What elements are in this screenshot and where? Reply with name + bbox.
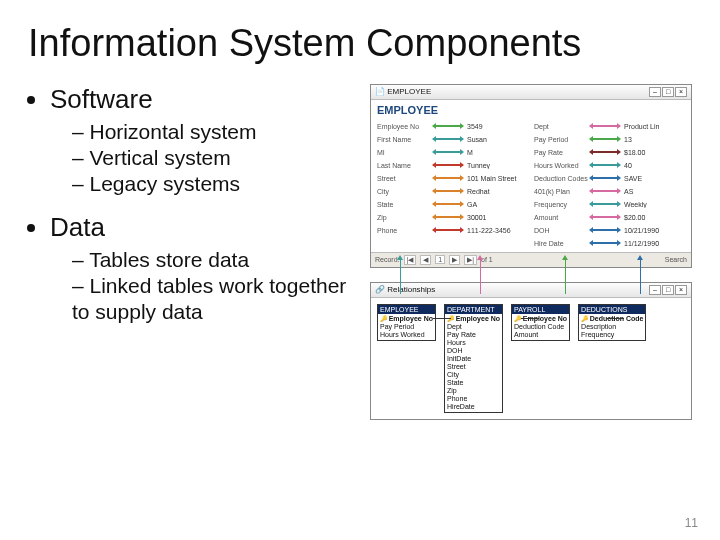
sub-item: Linked tables work together to supply da…: [72, 273, 358, 326]
field-label: Employee No: [377, 123, 433, 130]
field-label: Amount: [534, 214, 590, 221]
form-field-row: StateGA: [377, 198, 528, 211]
field-arrow-icon: [590, 138, 624, 140]
field-label: Street: [377, 175, 433, 182]
field-label: State: [377, 201, 433, 208]
table-link: [606, 318, 624, 319]
form-body: EMPLOYEE Employee No3549First NameSusanM…: [371, 100, 691, 252]
field-arrow-icon: [590, 216, 624, 218]
link-arrow-payroll: [565, 259, 566, 294]
table-field: Street: [447, 363, 500, 371]
field-label: Hire Date: [534, 240, 590, 247]
field-label: First Name: [377, 136, 433, 143]
table-field: Pay Rate: [447, 331, 500, 339]
table-box[interactable]: PAYROLLEmployee NoDeduction CodeAmount: [511, 304, 570, 341]
field-label: DOH: [534, 227, 590, 234]
field-label: MI: [377, 149, 433, 156]
field-value: 101 Main Street: [467, 175, 528, 182]
table-field: Employee No: [447, 315, 500, 323]
bullet-label: Data: [50, 212, 105, 242]
field-label: Zip: [377, 214, 433, 221]
minimize-icon[interactable]: –: [649, 87, 661, 97]
slide: Information System Components Software H…: [0, 0, 720, 540]
field-label: Frequency: [534, 201, 590, 208]
table-field: InitDate: [447, 355, 500, 363]
field-arrow-icon: [433, 203, 467, 205]
form-field-row: Pay Rate$18.00: [534, 146, 685, 159]
nav-first-button[interactable]: |◀: [404, 255, 417, 265]
table-fields: Employee NoDeptPay RateHoursDOHInitDateS…: [445, 314, 502, 413]
table-field: Frequency: [581, 331, 643, 339]
link-arrow-deductions: [640, 259, 641, 294]
table-field: Phone: [447, 395, 500, 403]
form-field-row: First NameSusan: [377, 133, 528, 146]
table-link: [433, 318, 451, 319]
field-label: Pay Rate: [534, 149, 590, 156]
slide-title: Information System Components: [28, 24, 692, 64]
relationships-window: 🔗 Relationships –□× EMPLOYEEEmployee NoP…: [370, 282, 692, 421]
field-arrow-icon: [590, 151, 624, 153]
form-field-row: DOH10/21/1990: [534, 224, 685, 237]
nav-current: 1: [435, 255, 445, 264]
text-column: Software Horizontal system Vertical syst…: [28, 84, 358, 421]
link-arrow-employee: [400, 259, 401, 294]
sub-list-software: Horizontal system Vertical system Legacy…: [50, 119, 358, 198]
table-link: [521, 318, 539, 319]
field-label: Pay Period: [534, 136, 590, 143]
field-arrow-icon: [590, 164, 624, 166]
sub-item: Legacy systems: [72, 171, 358, 197]
field-value: Susan: [467, 136, 528, 143]
field-arrow-icon: [590, 229, 624, 231]
close-icon[interactable]: ×: [675, 285, 687, 295]
table-field: Hours: [447, 339, 500, 347]
field-label: Dept: [534, 123, 590, 130]
form-left-column: Employee No3549First NameSusanMIMLast Na…: [377, 120, 528, 250]
table-field: State: [447, 379, 500, 387]
nav-prev-button[interactable]: ◀: [420, 255, 431, 265]
field-arrow-icon: [433, 151, 467, 153]
field-arrow-icon: [433, 229, 467, 231]
table-header: PAYROLL: [512, 305, 569, 314]
form-window: 📄 EMPLOYEE –□× EMPLOYEE Employee No3549F…: [370, 84, 692, 268]
form-field-row: Pay Period13: [534, 133, 685, 146]
nav-last-button[interactable]: ▶|: [464, 255, 477, 265]
field-label: Phone: [377, 227, 433, 234]
form-field-row: Amount$20.00: [534, 211, 685, 224]
table-field: City: [447, 371, 500, 379]
form-field-row: Street101 Main Street: [377, 172, 528, 185]
form-right-column: DeptProduct LinPay Period13Pay Rate$18.0…: [534, 120, 685, 250]
field-arrow-icon: [590, 190, 624, 192]
sub-item: Vertical system: [72, 145, 358, 171]
form-field-row: Employee No3549: [377, 120, 528, 133]
maximize-icon[interactable]: □: [662, 87, 674, 97]
table-box[interactable]: DEDUCTIONSDeduction CodeDescriptionFrequ…: [578, 304, 646, 341]
window-icon: 📄 EMPLOYEE: [375, 87, 431, 96]
table-fields: Employee NoPay PeriodHours Worked: [378, 314, 435, 340]
form-field-row: MIM: [377, 146, 528, 159]
record-navigator: Record: |◀ ◀ 1 ▶ ▶| of 1 Search: [371, 252, 691, 267]
maximize-icon[interactable]: □: [662, 285, 674, 295]
content-columns: Software Horizontal system Vertical syst…: [28, 84, 692, 421]
window-controls: –□×: [648, 285, 687, 295]
table-box[interactable]: EMPLOYEEEmployee NoPay PeriodHours Worke…: [377, 304, 436, 341]
form-header: EMPLOYEE: [377, 104, 685, 116]
table-field: Description: [581, 323, 643, 331]
table-field: Deduction Code: [581, 315, 643, 323]
nav-next-button[interactable]: ▶: [449, 255, 460, 265]
nav-search[interactable]: Search: [665, 256, 687, 263]
close-icon[interactable]: ×: [675, 87, 687, 97]
table-field: Dept: [447, 323, 500, 331]
field-value: 30001: [467, 214, 528, 221]
form-field-row: 401(k) PlanAS: [534, 185, 685, 198]
field-label: 401(k) Plan: [534, 188, 590, 195]
bullet-list: Software Horizontal system Vertical syst…: [28, 84, 358, 326]
field-value: Redhat: [467, 188, 528, 195]
field-arrow-icon: [433, 190, 467, 192]
minimize-icon[interactable]: –: [649, 285, 661, 295]
field-label: Deduction Codes: [534, 175, 590, 182]
table-field: Hours Worked: [380, 331, 433, 339]
field-arrow-icon: [590, 125, 624, 127]
field-value: 111-222-3456: [467, 227, 528, 234]
table-box[interactable]: DEPARTMENTEmployee NoDeptPay RateHoursDO…: [444, 304, 503, 414]
field-arrow-icon: [433, 216, 467, 218]
